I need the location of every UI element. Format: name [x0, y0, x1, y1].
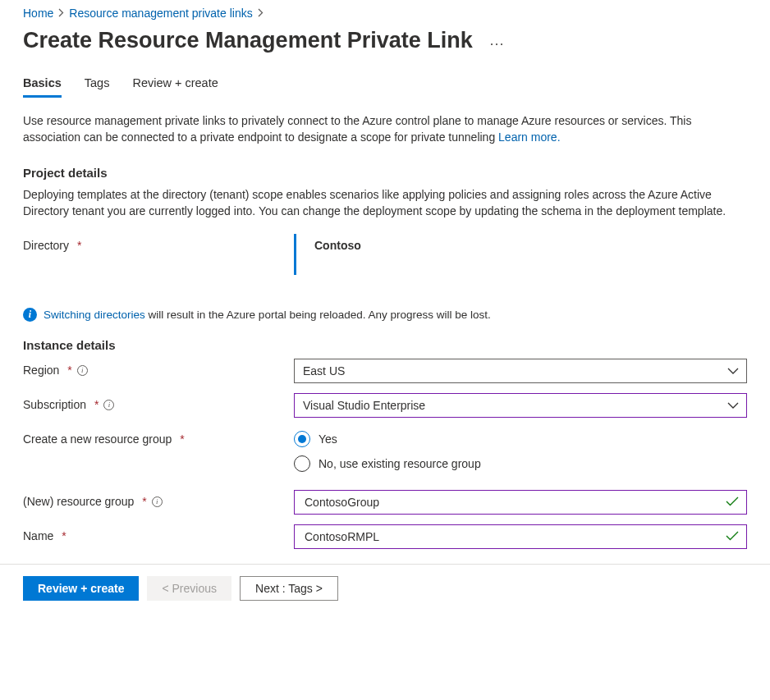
project-details-heading: Project details: [23, 166, 747, 180]
tab-review-create[interactable]: Review + create: [132, 71, 218, 98]
chevron-right-icon: [58, 7, 64, 20]
radio-yes[interactable]: Yes: [294, 431, 747, 447]
breadcrumb-resource-links[interactable]: Resource management private links: [69, 7, 252, 20]
directory-value: Contoso: [294, 234, 361, 275]
region-select[interactable]: East US: [294, 359, 747, 383]
subscription-select[interactable]: Visual Studio Enterprise: [294, 393, 747, 418]
region-label: Region * i: [23, 359, 294, 377]
info-icon: i: [23, 308, 37, 322]
project-details-desc: Deploying templates at the directory (te…: [23, 186, 747, 220]
intro-body: Use resource management private links to…: [23, 114, 691, 144]
breadcrumb-home[interactable]: Home: [23, 7, 53, 20]
intro-text: Use resource management private links to…: [23, 112, 747, 146]
tab-tags[interactable]: Tags: [85, 71, 110, 98]
radio-yes-label: Yes: [319, 432, 337, 446]
name-label: Name *: [23, 524, 294, 542]
next-tags-button[interactable]: Next : Tags >: [240, 576, 338, 601]
subscription-label: Subscription * i: [23, 393, 294, 411]
more-actions-icon[interactable]: ⋯: [486, 36, 508, 51]
info-icon[interactable]: i: [103, 400, 114, 410]
review-create-button[interactable]: Review + create: [23, 576, 139, 601]
new-resource-group-field[interactable]: [303, 495, 722, 510]
info-icon[interactable]: i: [77, 365, 88, 376]
page-title: Create Resource Management Private Link: [23, 28, 473, 53]
name-field[interactable]: [303, 529, 722, 544]
new-resource-group-input[interactable]: [294, 490, 747, 515]
footer-actions: Review + create < Previous Next : Tags >: [0, 564, 770, 612]
name-input[interactable]: [294, 524, 747, 549]
previous-button: < Previous: [147, 576, 231, 601]
radio-no[interactable]: No, use existing resource group: [294, 455, 747, 472]
create-resource-group-radio: Yes No, use existing resource group: [294, 428, 747, 472]
directory-label: Directory *: [23, 234, 294, 252]
tab-basics[interactable]: Basics: [23, 71, 62, 98]
switching-directories-link[interactable]: Switching directories: [44, 309, 145, 321]
instance-details-heading: Instance details: [23, 338, 747, 352]
info-bar-text: will result in the Azure portal being re…: [145, 309, 491, 321]
tab-bar: Basics Tags Review + create: [23, 71, 747, 98]
new-resource-group-label: (New) resource group * i: [23, 490, 294, 508]
radio-no-label: No, use existing resource group: [319, 457, 481, 470]
chevron-right-icon: [258, 7, 264, 20]
radio-selected-icon: [294, 431, 310, 447]
info-bar: i Switching directories will result in t…: [23, 308, 747, 322]
create-resource-group-label: Create a new resource group *: [23, 428, 294, 446]
learn-more-link[interactable]: Learn more.: [498, 130, 560, 144]
info-icon[interactable]: i: [152, 496, 163, 507]
radio-unselected-icon: [294, 455, 310, 472]
breadcrumb: Home Resource management private links: [23, 7, 747, 20]
